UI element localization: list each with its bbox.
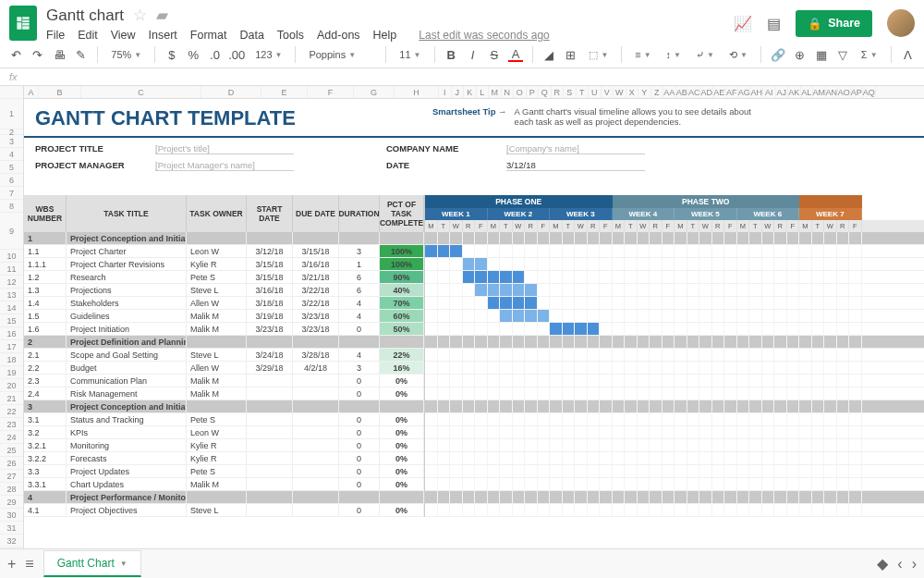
day-cell[interactable]: W bbox=[575, 220, 588, 232]
explore-icon[interactable]: ◆ bbox=[877, 555, 888, 572]
col-hdr[interactable]: AD bbox=[701, 86, 714, 98]
day-cell[interactable]: W bbox=[450, 220, 463, 232]
col-hdr[interactable]: AO bbox=[838, 86, 851, 98]
row-hdr[interactable]: 15 bbox=[0, 314, 23, 327]
font-dropdown[interactable]: Poppins▼ bbox=[305, 47, 376, 62]
row-hdr[interactable]: 13 bbox=[0, 289, 23, 301]
halign-dropdown[interactable]: ≡▼ bbox=[631, 47, 654, 62]
day-cell[interactable]: M bbox=[613, 220, 626, 232]
col-hdr[interactable]: H bbox=[395, 86, 439, 98]
doc-title[interactable]: Gantt chart bbox=[46, 6, 124, 25]
company-value[interactable]: [Company's name] bbox=[506, 143, 645, 154]
col-hdr[interactable]: J bbox=[452, 86, 465, 98]
col-start[interactable]: START DATE bbox=[247, 195, 293, 232]
scroll-left-icon[interactable]: ‹ bbox=[897, 556, 902, 572]
row-hdr[interactable]: 16 bbox=[0, 327, 23, 340]
col-hdr[interactable]: AF bbox=[726, 86, 739, 98]
redo-icon[interactable]: ↷ bbox=[30, 47, 44, 62]
day-cell[interactable]: F bbox=[600, 220, 613, 232]
col-hdr[interactable]: S bbox=[564, 86, 577, 98]
table-row[interactable]: 2Project Definition and Planning bbox=[24, 336, 424, 349]
row-hdr[interactable]: 8 bbox=[0, 200, 23, 213]
col-hdr[interactable]: T bbox=[577, 86, 590, 98]
week-cell[interactable]: WEEK 7 bbox=[799, 208, 862, 220]
number-format-dropdown[interactable]: 123▼ bbox=[251, 47, 286, 62]
currency-icon[interactable]: $ bbox=[164, 47, 178, 62]
table-row[interactable]: 4.1Project ObjectivesSteve L00% bbox=[24, 504, 424, 517]
col-hdr[interactable]: AN bbox=[826, 86, 839, 98]
menu-help[interactable]: Help bbox=[373, 29, 397, 42]
row-hdr[interactable]: 10 bbox=[0, 250, 23, 263]
table-row[interactable]: 3.3.1Chart UpdatesMalik M00% bbox=[24, 478, 424, 491]
day-cell[interactable]: M bbox=[799, 220, 812, 232]
day-cell[interactable]: W bbox=[824, 220, 837, 232]
col-hdr[interactable]: C bbox=[81, 86, 201, 98]
day-cell[interactable]: R bbox=[712, 220, 725, 232]
row-hdr[interactable]: 9 bbox=[0, 213, 23, 250]
day-cell[interactable]: M bbox=[550, 220, 563, 232]
table-row[interactable]: 1.2ResearchPete S3/15/183/21/18690% bbox=[24, 271, 424, 284]
filter-icon[interactable]: ▽ bbox=[835, 47, 849, 62]
table-row[interactable]: 1.1Project CharterLeon W3/12/183/15/1831… bbox=[24, 245, 424, 258]
day-cell[interactable]: F bbox=[849, 220, 862, 232]
table-row[interactable]: 4Project Performance / Monitoring bbox=[24, 491, 424, 504]
table-row[interactable]: 3Project Conception and Initiation bbox=[24, 400, 424, 413]
last-edit[interactable]: Last edit was seconds ago bbox=[419, 29, 549, 42]
table-row[interactable]: 3.2.2ForecastsKylie R00% bbox=[24, 452, 424, 465]
row-hdr[interactable]: 18 bbox=[0, 353, 23, 366]
row-hdr[interactable]: 24 bbox=[0, 431, 23, 444]
col-hdr[interactable]: R bbox=[552, 86, 565, 98]
col-hdr[interactable]: A bbox=[24, 86, 39, 98]
day-cell[interactable]: F bbox=[538, 220, 551, 232]
row-hdr[interactable]: 20 bbox=[0, 379, 23, 392]
formula-bar[interactable]: fx bbox=[0, 68, 924, 86]
col-hdr[interactable]: AE bbox=[713, 86, 726, 98]
table-row[interactable]: 2.3Communication PlanMalik M00% bbox=[24, 375, 424, 387]
tip-link[interactable]: Smartsheet Tip → bbox=[432, 106, 507, 130]
fill-color-icon[interactable]: ◢ bbox=[542, 47, 556, 62]
paint-format-icon[interactable]: ✎ bbox=[74, 47, 88, 62]
col-hdr[interactable]: AP bbox=[851, 86, 864, 98]
valign-dropdown[interactable]: ↕▼ bbox=[663, 47, 685, 62]
row-hdr[interactable]: 17 bbox=[0, 340, 23, 353]
col-pct[interactable]: PCT OF TASK COMPLETE bbox=[380, 195, 424, 232]
row-hdr[interactable]: 21 bbox=[0, 392, 23, 405]
sheets-logo[interactable] bbox=[9, 6, 37, 41]
col-hdr[interactable]: I bbox=[439, 86, 452, 98]
col-wbs[interactable]: WBS NUMBER bbox=[24, 195, 67, 232]
col-hdr[interactable]: L bbox=[477, 86, 490, 98]
day-cell[interactable]: W bbox=[513, 220, 526, 232]
week-cell[interactable]: WEEK 1 bbox=[425, 208, 488, 220]
font-size-dropdown[interactable]: 11▼ bbox=[395, 47, 424, 62]
row-hdr[interactable]: 3 bbox=[0, 135, 23, 148]
merge-dropdown[interactable]: ⬚▼ bbox=[585, 47, 612, 63]
table-row[interactable]: 2.2BudgetAllen W3/29/184/2/18316% bbox=[24, 362, 424, 375]
menu-insert[interactable]: Insert bbox=[149, 29, 177, 42]
menu-add-ons[interactable]: Add-ons bbox=[317, 29, 360, 42]
row-hdr[interactable]: 6 bbox=[0, 174, 23, 187]
table-row[interactable]: 2.1Scope and Goal SettingSteve L3/24/183… bbox=[24, 349, 424, 362]
day-cell[interactable]: M bbox=[737, 220, 750, 232]
day-cell[interactable]: M bbox=[675, 220, 687, 232]
col-hdr[interactable]: Y bbox=[638, 86, 651, 98]
menu-tools[interactable]: Tools bbox=[277, 29, 304, 42]
col-hdr[interactable]: F bbox=[308, 86, 354, 98]
menu-format[interactable]: Format bbox=[190, 29, 227, 42]
row-hdr[interactable]: 1 bbox=[0, 99, 23, 129]
col-hdr[interactable]: AH bbox=[751, 86, 764, 98]
chart-icon[interactable]: ▦ bbox=[814, 47, 828, 62]
day-cell[interactable]: F bbox=[663, 220, 675, 232]
week-cell[interactable]: WEEK 2 bbox=[488, 208, 551, 220]
collapse-icon[interactable]: ᐱ bbox=[901, 47, 915, 62]
day-cell[interactable]: R bbox=[837, 220, 850, 232]
text-color-icon[interactable]: A bbox=[508, 47, 522, 62]
link-icon[interactable]: 🔗 bbox=[771, 47, 785, 62]
pm-value[interactable]: [Project Manager's name] bbox=[155, 160, 294, 171]
all-sheets-icon[interactable]: ≡ bbox=[25, 556, 33, 572]
row-hdr[interactable]: 23 bbox=[0, 418, 23, 431]
day-cell[interactable]: R bbox=[588, 220, 601, 232]
col-hdr[interactable]: V bbox=[602, 86, 614, 98]
row-hdr[interactable]: 4 bbox=[0, 148, 23, 161]
row-hdr[interactable]: 14 bbox=[0, 301, 23, 314]
day-cell[interactable]: F bbox=[787, 220, 800, 232]
